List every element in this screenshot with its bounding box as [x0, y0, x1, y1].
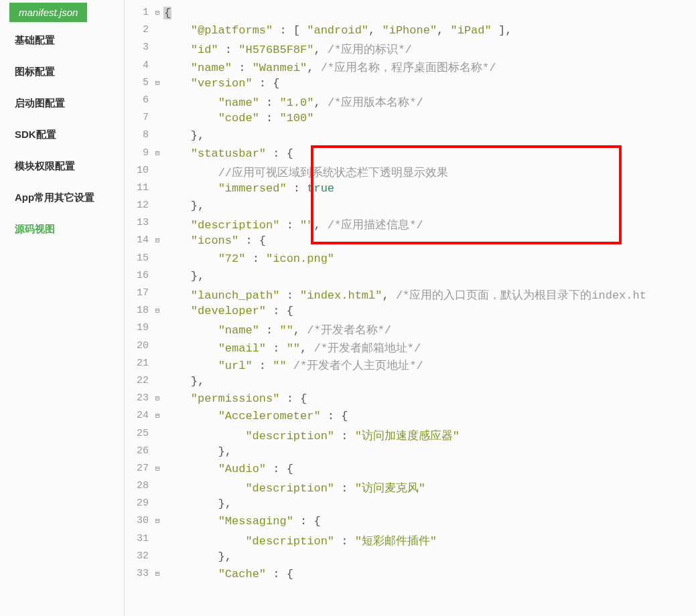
code-line[interactable]: 20 "email" : "", /*开发者邮箱地址*/: [125, 340, 696, 358]
code-content[interactable]: "permissions" : {: [162, 392, 696, 405]
code-content[interactable]: "statusbar" : {: [162, 147, 696, 160]
sidebar-item-icon[interactable]: 图标配置: [0, 56, 124, 88]
code-content[interactable]: "email" : "", /*开发者邮箱地址*/: [162, 340, 696, 356]
code-line[interactable]: 25 "description" : "访问加速度感应器": [125, 428, 696, 445]
code-line[interactable]: 17 "launch_path" : "index.html", /*应用的入口…: [125, 287, 696, 305]
code-line[interactable]: 14⊟ "icons" : {: [125, 234, 696, 252]
fold-toggle: [153, 322, 162, 323]
code-content[interactable]: },: [162, 129, 696, 142]
line-number: 31: [125, 533, 153, 544]
code-line[interactable]: 3 "id" : "H576B5F8F", /*应用的标识*/: [125, 42, 696, 59]
code-line[interactable]: 32 },: [125, 550, 696, 568]
fold-toggle[interactable]: ⊟: [153, 147, 162, 157]
code-line[interactable]: 1⊟{: [125, 7, 696, 24]
code-line[interactable]: 26 },: [125, 445, 696, 463]
code-content[interactable]: "name" : "Wanmei", /*应用名称，程序桌面图标名称*/: [162, 60, 696, 75]
code-content[interactable]: "icons" : {: [162, 234, 696, 247]
code-line[interactable]: 8 },: [125, 129, 696, 147]
code-content[interactable]: "description" : "访问麦克风": [162, 480, 696, 495]
code-line[interactable]: 27⊟ "Audio" : {: [125, 463, 696, 480]
fold-toggle[interactable]: ⊟: [153, 515, 162, 525]
code-content[interactable]: {: [162, 7, 696, 19]
fold-toggle: [153, 165, 162, 166]
code-line[interactable]: 30⊟ "Messaging" : {: [125, 515, 696, 532]
code-content[interactable]: },: [162, 550, 696, 563]
fold-toggle[interactable]: ⊟: [153, 7, 162, 17]
code-content[interactable]: "launch_path" : "index.html", /*应用的入口页面，…: [162, 287, 696, 303]
sidebar-item-launch[interactable]: 启动图配置: [0, 88, 124, 119]
sidebar-item-basic[interactable]: 基础配置: [0, 25, 124, 56]
code-line[interactable]: 6 "name" : "1.0", /*应用版本名称*/: [125, 94, 696, 112]
sidebar-item-app-settings[interactable]: App常用其它设置: [0, 182, 124, 214]
code-line[interactable]: 33⊟ "Cache" : {: [125, 568, 696, 585]
code-content[interactable]: "Audio" : {: [162, 463, 696, 475]
code-line[interactable]: 21 "url" : "" /*开发者个人主页地址*/: [125, 358, 696, 375]
fold-toggle[interactable]: ⊟: [153, 234, 162, 244]
code-content[interactable]: "version" : {: [162, 77, 696, 90]
code-content[interactable]: "description" : "访问加速度感应器": [162, 428, 696, 443]
code-content[interactable]: //应用可视区域到系统状态栏下透明显示效果: [162, 165, 696, 180]
code-line[interactable]: 18⊟ "developer" : {: [125, 305, 696, 322]
code-content[interactable]: "url" : "" /*开发者个人主页地址*/: [162, 358, 696, 373]
code-line[interactable]: 5⊟ "version" : {: [125, 77, 696, 94]
sidebar-item-source-view[interactable]: 源码视图: [0, 214, 124, 245]
code-content[interactable]: "id" : "H576B5F8F", /*应用的标识*/: [162, 42, 696, 57]
code-line[interactable]: 29 },: [125, 497, 696, 515]
sidebar-item-permissions[interactable]: 模块权限配置: [0, 151, 124, 182]
fold-toggle[interactable]: ⊟: [153, 77, 162, 87]
code-line[interactable]: 24⊟ "Accelerometer" : {: [125, 410, 696, 427]
code-line[interactable]: 13 "description" : "", /*应用描述信息*/: [125, 217, 696, 234]
code-line[interactable]: 23⊟ "permissions" : {: [125, 392, 696, 410]
code-content[interactable]: "code" : "100": [162, 112, 696, 125]
line-number: 16: [125, 270, 153, 281]
code-content[interactable]: "description" : "", /*应用描述信息*/: [162, 217, 696, 232]
code-line[interactable]: 28 "description" : "访问麦克风": [125, 480, 696, 497]
fold-toggle: [153, 24, 162, 25]
sidebar-item-sdk[interactable]: SDK配置: [0, 119, 124, 151]
file-tab[interactable]: manifest.json: [9, 3, 87, 22]
code-content[interactable]: "72" : "icon.png": [162, 252, 696, 265]
code-content[interactable]: "immersed" : true: [162, 182, 696, 195]
code-line[interactable]: 4 "name" : "Wanmei", /*应用名称，程序桌面图标名称*/: [125, 60, 696, 77]
line-number: 6: [125, 94, 153, 106]
code-line[interactable]: 2 "@platforms" : [ "android", "iPhone", …: [125, 24, 696, 42]
code-content[interactable]: },: [162, 445, 696, 458]
code-line[interactable]: 7 "code" : "100": [125, 112, 696, 129]
fold-toggle[interactable]: ⊟: [153, 410, 162, 420]
line-number: 11: [125, 182, 153, 194]
fold-toggle[interactable]: ⊟: [153, 568, 162, 578]
fold-toggle: [153, 550, 162, 552]
code-content[interactable]: "developer" : {: [162, 305, 696, 317]
code-line[interactable]: 19 "name" : "", /*开发者名称*/: [125, 322, 696, 339]
fold-toggle: [153, 480, 162, 481]
code-editor[interactable]: 1⊟{2 "@platforms" : [ "android", "iPhone…: [125, 0, 696, 616]
code-content[interactable]: "Accelerometer" : {: [162, 410, 696, 422]
code-line[interactable]: 16 },: [125, 270, 696, 287]
line-number: 20: [125, 340, 153, 352]
code-line[interactable]: 22 },: [125, 375, 696, 392]
code-line[interactable]: 9⊟ "statusbar" : {: [125, 147, 696, 165]
fold-toggle[interactable]: ⊟: [153, 392, 162, 402]
fold-toggle: [153, 94, 162, 96]
code-content[interactable]: "Messaging" : {: [162, 515, 696, 528]
code-line[interactable]: 10 //应用可视区域到系统状态栏下透明显示效果: [125, 165, 696, 182]
code-content[interactable]: },: [162, 497, 696, 510]
line-number: 21: [125, 358, 153, 369]
code-line[interactable]: 31 "description" : "短彩邮件插件": [125, 533, 696, 550]
code-content[interactable]: "Cache" : {: [162, 568, 696, 581]
line-number: 5: [125, 77, 153, 88]
code-content[interactable]: "@platforms" : [ "android", "iPhone", "i…: [162, 24, 696, 37]
code-line[interactable]: 15 "72" : "icon.png": [125, 252, 696, 270]
code-content[interactable]: "description" : "短彩邮件插件": [162, 533, 696, 548]
code-content[interactable]: },: [162, 375, 696, 388]
code-content[interactable]: "name" : "", /*开发者名称*/: [162, 322, 696, 337]
line-number: 12: [125, 200, 153, 211]
code-line[interactable]: 12 },: [125, 200, 696, 217]
code-line[interactable]: 11 "immersed" : true: [125, 182, 696, 200]
code-content[interactable]: },: [162, 200, 696, 212]
fold-toggle[interactable]: ⊟: [153, 305, 162, 315]
fold-toggle[interactable]: ⊟: [153, 463, 162, 473]
code-content[interactable]: },: [162, 270, 696, 283]
fold-toggle: [153, 182, 162, 183]
code-content[interactable]: "name" : "1.0", /*应用版本名称*/: [162, 94, 696, 110]
